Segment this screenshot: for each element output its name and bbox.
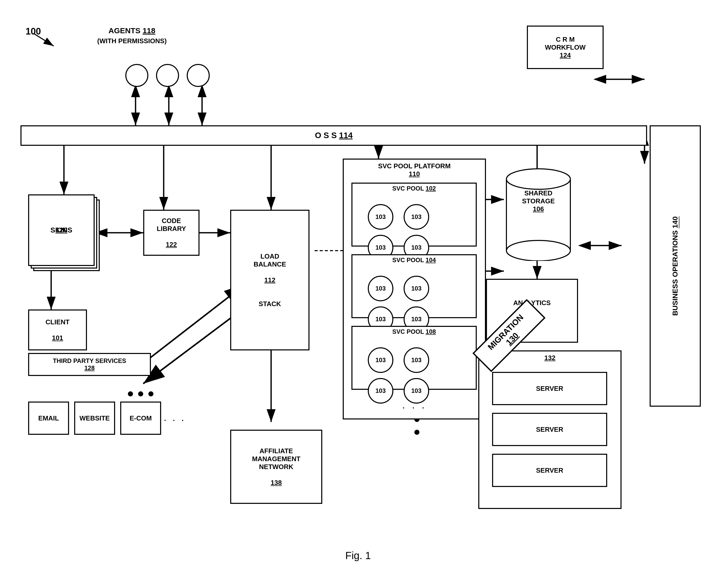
svc-pool-102-box: SVC POOL 102 103 103 103 103	[352, 183, 477, 247]
node-103-11: 103	[368, 378, 394, 404]
code-library-label: CODE LIBRARY 122	[144, 211, 198, 255]
affiliate-box: AFFILIATE MANAGEMENT NETWORK 138	[230, 430, 322, 504]
node-103-6: 103	[404, 276, 429, 301]
svg-line-32	[33, 33, 54, 46]
business-ops-box: BUSINESS OPERATIONS 140	[650, 125, 701, 407]
svg-point-34	[506, 169, 570, 189]
svg-point-35	[506, 240, 570, 261]
svc-pool-108-box: SVC POOL 108 103 103 103 103	[352, 326, 477, 390]
node-103-10: 103	[404, 347, 429, 373]
node-103-5: 103	[368, 276, 394, 301]
svg-point-27	[138, 391, 143, 396]
agent-icon-2	[156, 64, 179, 87]
server-3-box: SERVER	[492, 454, 607, 487]
node-103-9: 103	[368, 347, 394, 373]
client-label: CLIENT 101	[29, 311, 86, 349]
server-1-box: SERVER	[492, 372, 607, 405]
agent-icon-3	[187, 64, 210, 87]
third-party-ellipsis: . . .	[164, 412, 186, 423]
oss-bar: O S S 114	[20, 125, 647, 146]
agents-label: AGENTS 118 (WITH PERMISSIONS)	[97, 26, 167, 45]
code-library-box: CODE LIBRARY 122	[143, 210, 199, 256]
email-box: EMAIL	[28, 402, 69, 435]
crm-workflow-box: C R M WORKFLOW 124	[527, 26, 603, 69]
client-box: CLIENT 101	[28, 310, 87, 351]
shared-storage: SHARED STORAGE 106	[504, 164, 573, 262]
svc-pool-ellipsis: . . .	[402, 399, 427, 411]
ecom-box: E-COM	[120, 402, 161, 435]
server-cluster-box: 132 SERVER SERVER SERVER	[478, 351, 621, 509]
skins-ref: 120	[56, 226, 67, 235]
crm-workflow-label: C R M WORKFLOW 124	[528, 27, 602, 68]
load-balance-label: LOAD BALANCE 112 STACK	[231, 211, 309, 349]
agent-icon-1	[125, 64, 148, 87]
svc-pool-platform-box: SVC POOL PLATFORM 110 SVC POOL 102 103 1…	[343, 159, 486, 419]
node-103-2: 103	[404, 204, 429, 230]
svg-point-31	[414, 430, 420, 435]
svg-point-26	[128, 391, 133, 396]
server-2-box: SERVER	[492, 413, 607, 446]
oss-label: O S S 114	[315, 130, 353, 141]
third-party-box: THIRD PARTY SERVICES 128	[28, 353, 151, 376]
node-103-1: 103	[368, 204, 394, 230]
load-balance-box: LOAD BALANCE 112 STACK	[230, 210, 310, 351]
website-box: WEBSITE	[74, 402, 115, 435]
business-ops-label: BUSINESS OPERATIONS 140	[671, 216, 679, 316]
figure-label: Fig. 1	[307, 550, 409, 561]
svc-pool-104-box: SVC POOL 104 103 103 103 103	[352, 254, 477, 318]
svg-point-28	[148, 391, 153, 396]
